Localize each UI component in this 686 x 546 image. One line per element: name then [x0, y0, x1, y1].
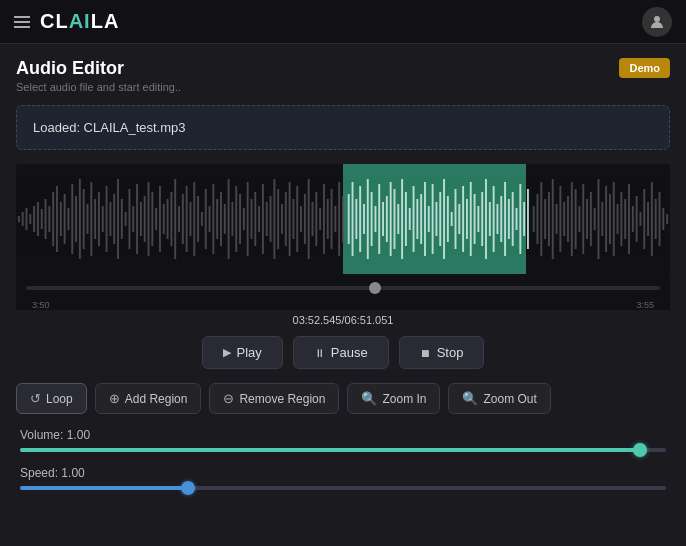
svg-rect-56	[228, 179, 230, 259]
svg-rect-41	[170, 192, 172, 246]
svg-rect-57	[231, 202, 233, 236]
svg-rect-157	[617, 204, 619, 234]
svg-rect-76	[304, 194, 306, 244]
svg-rect-35	[148, 182, 150, 256]
svg-rect-138	[544, 199, 546, 239]
svg-rect-75	[300, 206, 302, 232]
speed-thumb[interactable]	[181, 481, 195, 495]
svg-rect-81	[323, 184, 325, 254]
svg-rect-122	[481, 192, 483, 246]
svg-rect-128	[504, 182, 506, 256]
svg-rect-156	[613, 182, 615, 256]
svg-rect-127	[500, 196, 502, 242]
svg-rect-39	[163, 204, 165, 234]
svg-rect-77	[308, 179, 310, 259]
svg-rect-106	[420, 194, 422, 244]
svg-rect-142	[559, 186, 561, 252]
svg-rect-20	[90, 182, 92, 256]
svg-rect-11	[56, 186, 58, 252]
loop-button[interactable]: ↺ Loop	[16, 383, 87, 414]
svg-rect-170	[666, 214, 668, 224]
svg-rect-3	[26, 208, 28, 230]
svg-rect-87	[348, 194, 350, 244]
menu-icon[interactable]	[14, 16, 30, 28]
remove-region-button[interactable]: ⊖ Remove Region	[209, 383, 339, 414]
svg-rect-32	[136, 184, 138, 254]
svg-rect-72	[289, 182, 291, 256]
svg-rect-74	[296, 186, 298, 252]
svg-rect-7	[41, 209, 43, 229]
svg-rect-1	[18, 216, 20, 222]
demo-button[interactable]: Demo	[619, 58, 670, 78]
svg-rect-14	[67, 208, 69, 230]
svg-rect-131	[516, 208, 518, 230]
timeline-thumb	[369, 282, 381, 294]
timeline-left-time: 3:50	[32, 300, 50, 310]
svg-rect-145	[571, 182, 573, 256]
svg-rect-132	[519, 184, 521, 254]
svg-rect-92	[367, 179, 369, 259]
svg-rect-67	[270, 196, 272, 242]
svg-rect-70	[281, 204, 283, 234]
zoom-out-button[interactable]: 🔍 Zoom Out	[448, 383, 550, 414]
svg-rect-113	[447, 196, 449, 242]
svg-rect-91	[363, 204, 365, 234]
add-region-button[interactable]: ⊕ Add Region	[95, 383, 202, 414]
loop-label: Loop	[46, 392, 73, 406]
svg-rect-168	[659, 192, 661, 246]
svg-rect-124	[489, 202, 491, 236]
svg-rect-166	[651, 182, 653, 256]
timeline-track[interactable]	[26, 286, 660, 290]
svg-rect-65	[262, 184, 264, 254]
volume-fill	[20, 448, 640, 452]
svg-rect-27	[117, 179, 119, 259]
svg-rect-160	[628, 184, 630, 254]
svg-rect-33	[140, 202, 142, 236]
svg-rect-73	[292, 199, 294, 239]
svg-rect-40	[167, 199, 169, 239]
zoom-out-label: Zoom Out	[483, 392, 536, 406]
svg-rect-23	[102, 206, 104, 232]
svg-rect-26	[113, 194, 115, 244]
svg-rect-148	[582, 184, 584, 254]
svg-rect-86	[342, 196, 344, 242]
remove-region-icon: ⊖	[223, 391, 234, 406]
svg-rect-90	[359, 186, 361, 252]
svg-rect-82	[327, 199, 329, 239]
zoom-in-button[interactable]: 🔍 Zoom In	[347, 383, 440, 414]
svg-rect-69	[277, 189, 279, 249]
timeline-bar[interactable]	[24, 278, 662, 298]
svg-rect-144	[567, 196, 569, 242]
svg-rect-137	[540, 182, 542, 256]
svg-rect-51	[209, 206, 211, 232]
page-subtitle: Select audio file and start editing..	[16, 81, 181, 93]
stop-button[interactable]: ⏹ Stop	[399, 336, 485, 369]
svg-rect-22	[98, 192, 100, 246]
svg-rect-54	[220, 192, 222, 246]
svg-rect-10	[52, 192, 54, 246]
svg-rect-17	[79, 179, 81, 259]
waveform-area[interactable]	[16, 164, 670, 274]
speed-slider[interactable]	[20, 486, 666, 490]
svg-rect-24	[106, 186, 108, 252]
svg-rect-94	[374, 206, 376, 232]
svg-rect-68	[273, 179, 275, 259]
svg-rect-4	[29, 214, 31, 224]
svg-rect-123	[485, 179, 487, 259]
timeline-area[interactable]: 3:50 3:55	[16, 274, 670, 310]
svg-rect-46	[190, 202, 192, 236]
svg-rect-28	[121, 199, 123, 239]
volume-thumb[interactable]	[633, 443, 647, 457]
file-loaded-box: Loaded: CLAILA_test.mp3	[16, 105, 670, 150]
app-logo: CLAILA	[40, 10, 119, 33]
volume-slider[interactable]	[20, 448, 666, 452]
pause-button[interactable]: ⏸ Pause	[293, 336, 389, 369]
svg-rect-129	[508, 199, 510, 239]
play-button[interactable]: ▶ Play	[202, 336, 283, 369]
svg-rect-111	[439, 192, 441, 246]
svg-rect-18	[83, 189, 85, 249]
svg-rect-146	[575, 189, 577, 249]
user-avatar[interactable]	[642, 7, 672, 37]
svg-rect-83	[331, 189, 333, 249]
svg-rect-117	[462, 186, 464, 252]
